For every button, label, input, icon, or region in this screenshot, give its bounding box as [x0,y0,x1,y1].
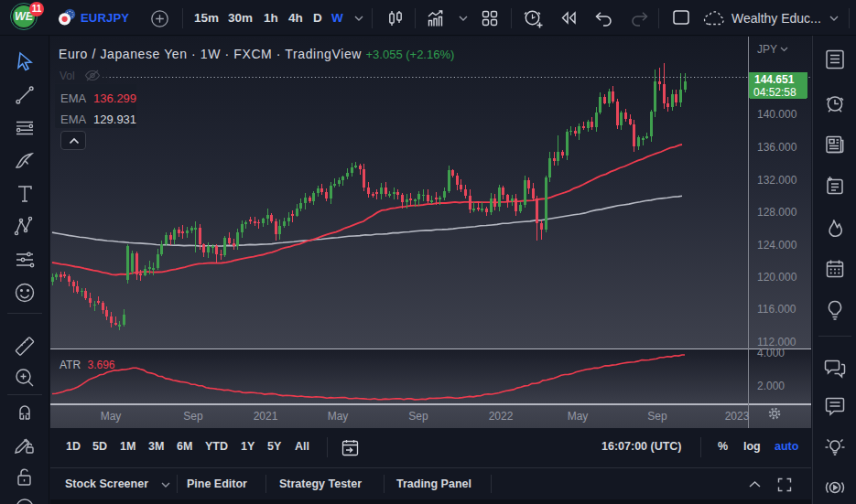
svg-text:Sep: Sep [647,410,667,423]
svg-text:May: May [328,410,349,423]
svg-text:132.000: 132.000 [757,174,797,187]
svg-text:2022: 2022 [489,410,514,423]
svg-text:May: May [101,410,122,423]
svg-text:2.000: 2.000 [757,380,785,392]
svg-text:136.000: 136.000 [757,141,797,154]
svg-text:128.000: 128.000 [757,206,797,219]
svg-text:2021: 2021 [254,410,278,423]
svg-text:140.000: 140.000 [757,108,797,121]
svg-text:04:52:58: 04:52:58 [753,86,796,99]
svg-text:May: May [568,410,589,423]
svg-text:4.000: 4.000 [757,347,785,359]
svg-text:Sep: Sep [183,410,203,423]
svg-text:120.000: 120.000 [757,271,797,284]
svg-text:2023: 2023 [725,410,750,423]
svg-text:116.000: 116.000 [757,303,796,316]
svg-text:Sep: Sep [408,410,428,423]
svg-text:JPY: JPY [757,43,777,56]
svg-text:124.000: 124.000 [757,239,797,252]
svg-text:144.651: 144.651 [754,73,795,86]
